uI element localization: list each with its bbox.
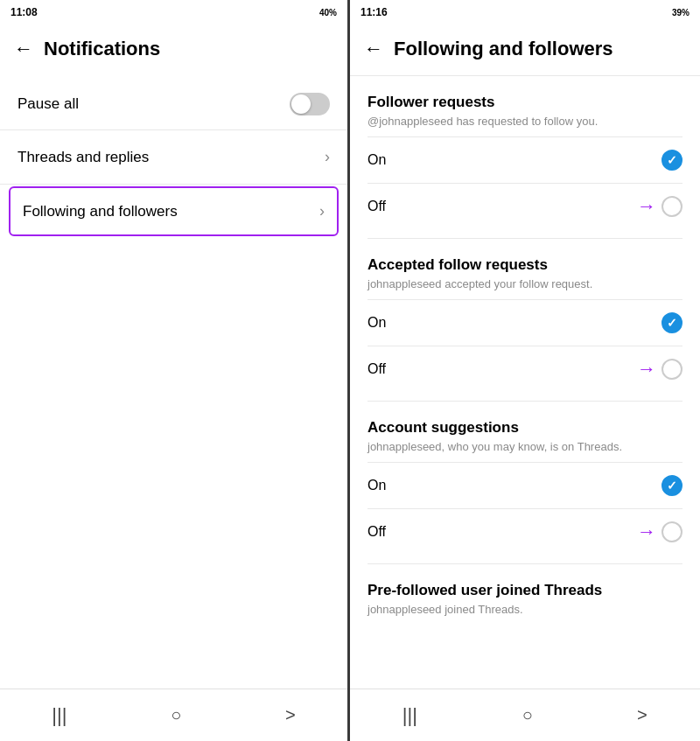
section-af-divider xyxy=(368,299,682,300)
left-nav-menu[interactable]: ||| xyxy=(52,704,66,727)
accepted-follow-on-radio[interactable] xyxy=(662,312,682,333)
right-time: 11:16 xyxy=(360,6,388,18)
right-header: ← Following and followers xyxy=(350,24,700,73)
left-bottom-nav: ||| ○ < xyxy=(0,689,347,741)
account-suggestions-off-radio[interactable] xyxy=(662,521,682,542)
pause-all-item: Pause all xyxy=(0,80,347,128)
account-suggestions-on-row: On xyxy=(368,465,682,507)
section-account-suggestions-title: Account suggestions xyxy=(368,419,682,437)
left-back-button[interactable]: ← xyxy=(14,39,33,59)
left-status-bar: 11:08 40% xyxy=(0,0,347,24)
account-suggestions-on-label: On xyxy=(368,478,386,493)
account-suggestions-off-label: Off xyxy=(368,524,386,540)
section-pre-followed-desc: johnappleseed joined Threads. xyxy=(368,603,682,616)
left-nav-back[interactable]: < xyxy=(285,705,296,725)
section-pre-followed: Pre-followed user joined Threads johnapp… xyxy=(368,566,682,633)
follower-requests-off-row: Off → xyxy=(368,185,682,227)
following-followers-chevron: › xyxy=(319,202,325,220)
accepted-follow-off-label: Off xyxy=(368,361,386,377)
following-followers-label: Following and followers xyxy=(23,203,178,220)
left-settings-list: Pause all Threads and replies › Followin… xyxy=(0,73,347,689)
section-follower-requests-desc: @johnappleseed has requested to follow y… xyxy=(368,115,682,128)
right-panel: 11:16 39% ← Following and followers Foll… xyxy=(350,0,700,741)
right-status-bar: 11:16 39% xyxy=(350,0,700,24)
section-fr-divider xyxy=(368,136,682,137)
follower-requests-on-row: On xyxy=(368,139,682,181)
section-divider-3 xyxy=(368,563,682,564)
right-nav-menu[interactable]: ||| xyxy=(402,704,417,727)
account-suggestions-on-radio[interactable] xyxy=(662,475,682,496)
right-nav-back[interactable]: < xyxy=(637,705,648,725)
right-back-button[interactable]: ← xyxy=(364,39,383,59)
pause-all-toggle[interactable] xyxy=(290,93,330,115)
right-nav-home[interactable]: ○ xyxy=(522,705,533,725)
section-follower-requests: Follower requests @johnappleseed has req… xyxy=(368,78,682,236)
following-followers-item[interactable]: Following and followers › xyxy=(9,186,339,236)
accepted-follow-off-row: Off → xyxy=(368,348,682,390)
section-accepted-follow: Accepted follow requests johnappleseed a… xyxy=(368,241,682,399)
section-account-suggestions: Account suggestions johnappleseed, who y… xyxy=(368,403,682,562)
section-pre-followed-title: Pre-followed user joined Threads xyxy=(368,582,682,599)
section-accepted-follow-desc: johnappleseed accepted your follow reque… xyxy=(368,277,682,290)
right-status-icons: 39% xyxy=(672,8,690,17)
section-divider-2 xyxy=(368,401,682,402)
section-as-divider xyxy=(368,462,682,463)
section-follower-requests-title: Follower requests xyxy=(368,94,682,111)
divider-1 xyxy=(0,129,347,130)
accepted-follow-arrow-icon: → xyxy=(637,358,656,381)
left-status-icons: 40% xyxy=(319,8,337,17)
section-accepted-follow-title: Accepted follow requests xyxy=(368,256,682,274)
follower-requests-arrow-icon: → xyxy=(637,195,656,218)
section-divider-1 xyxy=(368,238,682,239)
follower-requests-off-label: Off xyxy=(368,199,386,214)
right-content: Follower requests @johnappleseed has req… xyxy=(350,78,700,689)
pause-all-label: Pause all xyxy=(18,95,79,113)
threads-replies-chevron: › xyxy=(325,148,330,166)
af-mid-divider xyxy=(368,346,682,346)
left-time: 11:08 xyxy=(10,6,38,18)
right-bottom-nav: ||| ○ < xyxy=(350,689,700,741)
right-header-divider xyxy=(350,75,700,76)
left-nav-home[interactable]: ○ xyxy=(171,705,181,725)
left-header: ← Notifications xyxy=(0,24,347,73)
section-account-suggestions-desc: johnappleseed, who you may know, is on T… xyxy=(368,440,682,453)
as-mid-divider xyxy=(368,508,682,509)
fr-mid-divider xyxy=(368,183,682,184)
right-page-title: Following and followers xyxy=(394,38,613,60)
threads-replies-item[interactable]: Threads and replies › xyxy=(0,132,347,182)
follower-requests-on-radio[interactable] xyxy=(662,150,682,171)
left-panel: 11:08 40% ← Notifications Pause all Thre… xyxy=(0,0,350,741)
accepted-follow-on-label: On xyxy=(368,315,386,331)
account-suggestions-arrow-icon: → xyxy=(637,521,656,543)
follower-requests-off-radio[interactable] xyxy=(662,196,682,217)
right-battery: 39% xyxy=(672,8,690,17)
divider-2 xyxy=(0,184,347,185)
follower-requests-on-label: On xyxy=(368,152,386,168)
accepted-follow-on-row: On xyxy=(368,302,682,344)
account-suggestions-off-row: Off → xyxy=(368,511,682,553)
accepted-follow-off-radio[interactable] xyxy=(662,359,682,380)
left-battery: 40% xyxy=(319,8,337,17)
left-page-title: Notifications xyxy=(44,38,160,60)
threads-replies-label: Threads and replies xyxy=(18,149,149,166)
